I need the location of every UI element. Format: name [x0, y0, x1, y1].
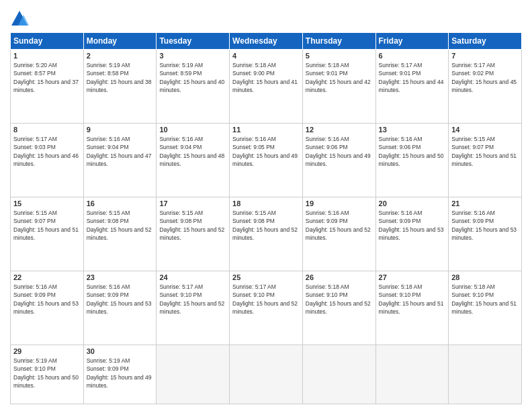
calendar-cell: 2 Sunrise: 5:19 AM Sunset: 8:58 PM Dayli… — [83, 50, 157, 124]
day-number: 7 — [451, 52, 519, 60]
day-number: 29 — [13, 347, 81, 355]
weekday-header: Tuesday — [157, 33, 230, 50]
day-info: Sunrise: 5:16 AM Sunset: 9:04 PM Dayligh… — [159, 135, 226, 168]
day-number: 27 — [379, 273, 446, 281]
calendar-cell: 17 Sunrise: 5:15 AM Sunset: 9:08 PM Dayl… — [157, 197, 230, 271]
day-number: 2 — [87, 52, 154, 60]
day-info: Sunrise: 5:15 AM Sunset: 9:08 PM Dayligh… — [232, 209, 300, 242]
calendar-cell: 23 Sunrise: 5:16 AM Sunset: 9:09 PM Dayl… — [83, 271, 157, 345]
weekday-header: Friday — [375, 33, 449, 50]
day-number: 8 — [13, 126, 81, 134]
day-info: Sunrise: 5:18 AM Sunset: 9:01 PM Dayligh… — [306, 61, 373, 94]
calendar-cell: 26 Sunrise: 5:18 AM Sunset: 9:10 PM Dayl… — [302, 271, 375, 345]
day-info: Sunrise: 5:16 AM Sunset: 9:04 PM Dayligh… — [87, 135, 154, 168]
day-info: Sunrise: 5:17 AM Sunset: 9:03 PM Dayligh… — [13, 135, 81, 168]
calendar-cell — [375, 345, 449, 404]
calendar-cell: 4 Sunrise: 5:18 AM Sunset: 9:00 PM Dayli… — [230, 50, 303, 124]
calendar-cell: 10 Sunrise: 5:16 AM Sunset: 9:04 PM Dayl… — [157, 124, 230, 197]
day-info: Sunrise: 5:15 AM Sunset: 9:07 PM Dayligh… — [451, 135, 519, 168]
day-number: 30 — [87, 347, 154, 355]
calendar-cell: 7 Sunrise: 5:17 AM Sunset: 9:02 PM Dayli… — [449, 50, 522, 124]
weekday-header: Wednesday — [230, 33, 303, 50]
day-number: 22 — [13, 273, 81, 281]
day-info: Sunrise: 5:16 AM Sunset: 9:09 PM Dayligh… — [379, 209, 446, 242]
day-number: 5 — [306, 52, 373, 60]
day-number: 17 — [159, 199, 226, 208]
calendar-cell: 9 Sunrise: 5:16 AM Sunset: 9:04 PM Dayli… — [83, 124, 157, 197]
calendar-cell: 14 Sunrise: 5:15 AM Sunset: 9:07 PM Dayl… — [449, 124, 522, 197]
day-info: Sunrise: 5:19 AM Sunset: 8:59 PM Dayligh… — [159, 61, 226, 94]
weekday-header: Monday — [83, 33, 157, 50]
day-info: Sunrise: 5:16 AM Sunset: 9:09 PM Dayligh… — [87, 283, 154, 316]
day-number: 21 — [451, 199, 519, 208]
calendar-cell: 13 Sunrise: 5:16 AM Sunset: 9:06 PM Dayl… — [375, 124, 449, 197]
weekday-header: Saturday — [449, 33, 522, 50]
weekday-header: Sunday — [11, 33, 84, 50]
calendar-cell: 1 Sunrise: 5:20 AM Sunset: 8:57 PM Dayli… — [11, 50, 84, 124]
calendar-cell: 3 Sunrise: 5:19 AM Sunset: 8:59 PM Dayli… — [157, 50, 230, 124]
calendar: SundayMondayTuesdayWednesdayThursdayFrid… — [10, 32, 522, 404]
calendar-cell: 25 Sunrise: 5:17 AM Sunset: 9:10 PM Dayl… — [230, 271, 303, 345]
day-number: 23 — [87, 273, 154, 281]
day-info: Sunrise: 5:17 AM Sunset: 9:01 PM Dayligh… — [379, 61, 446, 94]
day-number: 15 — [13, 199, 81, 208]
day-info: Sunrise: 5:19 AM Sunset: 9:10 PM Dayligh… — [13, 357, 81, 390]
calendar-cell: 24 Sunrise: 5:17 AM Sunset: 9:10 PM Dayl… — [157, 271, 230, 345]
day-number: 20 — [379, 199, 446, 208]
day-info: Sunrise: 5:17 AM Sunset: 9:10 PM Dayligh… — [159, 283, 226, 316]
calendar-cell: 20 Sunrise: 5:16 AM Sunset: 9:09 PM Dayl… — [375, 197, 449, 271]
day-number: 26 — [306, 273, 373, 281]
day-number: 3 — [159, 52, 226, 60]
calendar-cell: 11 Sunrise: 5:16 AM Sunset: 9:05 PM Dayl… — [230, 124, 303, 197]
day-number: 24 — [159, 273, 226, 281]
calendar-cell — [302, 345, 375, 404]
weekday-header: Thursday — [302, 33, 375, 50]
page: SundayMondayTuesdayWednesdayThursdayFrid… — [0, 0, 532, 411]
day-number: 18 — [232, 199, 300, 208]
day-info: Sunrise: 5:16 AM Sunset: 9:09 PM Dayligh… — [13, 283, 81, 316]
day-number: 11 — [232, 126, 300, 134]
day-info: Sunrise: 5:16 AM Sunset: 9:09 PM Dayligh… — [306, 209, 373, 242]
day-number: 1 — [13, 52, 81, 60]
calendar-cell: 16 Sunrise: 5:15 AM Sunset: 9:08 PM Dayl… — [83, 197, 157, 271]
calendar-cell: 6 Sunrise: 5:17 AM Sunset: 9:01 PM Dayli… — [375, 50, 449, 124]
day-info: Sunrise: 5:16 AM Sunset: 9:06 PM Dayligh… — [306, 135, 373, 168]
calendar-cell — [230, 345, 303, 404]
day-number: 4 — [232, 52, 300, 60]
day-number: 6 — [379, 52, 446, 60]
calendar-cell: 19 Sunrise: 5:16 AM Sunset: 9:09 PM Dayl… — [302, 197, 375, 271]
calendar-cell: 21 Sunrise: 5:16 AM Sunset: 9:09 PM Dayl… — [449, 197, 522, 271]
day-info: Sunrise: 5:15 AM Sunset: 9:08 PM Dayligh… — [87, 209, 154, 242]
logo — [10, 9, 32, 28]
day-info: Sunrise: 5:16 AM Sunset: 9:05 PM Dayligh… — [232, 135, 300, 168]
day-info: Sunrise: 5:18 AM Sunset: 9:10 PM Dayligh… — [379, 283, 446, 316]
day-info: Sunrise: 5:18 AM Sunset: 9:10 PM Dayligh… — [306, 283, 373, 316]
day-number: 19 — [306, 199, 373, 208]
calendar-cell: 29 Sunrise: 5:19 AM Sunset: 9:10 PM Dayl… — [11, 345, 84, 404]
day-number: 25 — [232, 273, 300, 281]
calendar-cell: 18 Sunrise: 5:15 AM Sunset: 9:08 PM Dayl… — [230, 197, 303, 271]
day-number: 28 — [451, 273, 519, 281]
day-info: Sunrise: 5:18 AM Sunset: 9:10 PM Dayligh… — [451, 283, 519, 316]
calendar-cell — [157, 345, 230, 404]
calendar-cell: 5 Sunrise: 5:18 AM Sunset: 9:01 PM Dayli… — [302, 50, 375, 124]
calendar-cell — [449, 345, 522, 404]
calendar-cell: 12 Sunrise: 5:16 AM Sunset: 9:06 PM Dayl… — [302, 124, 375, 197]
day-info: Sunrise: 5:16 AM Sunset: 9:09 PM Dayligh… — [451, 209, 519, 242]
calendar-cell: 22 Sunrise: 5:16 AM Sunset: 9:09 PM Dayl… — [11, 271, 84, 345]
day-number: 12 — [306, 126, 373, 134]
day-info: Sunrise: 5:19 AM Sunset: 9:09 PM Dayligh… — [87, 357, 154, 390]
day-number: 16 — [87, 199, 154, 208]
day-number: 13 — [379, 126, 446, 134]
day-info: Sunrise: 5:18 AM Sunset: 9:00 PM Dayligh… — [232, 61, 300, 94]
calendar-cell: 8 Sunrise: 5:17 AM Sunset: 9:03 PM Dayli… — [11, 124, 84, 197]
calendar-cell: 28 Sunrise: 5:18 AM Sunset: 9:10 PM Dayl… — [449, 271, 522, 345]
day-info: Sunrise: 5:20 AM Sunset: 8:57 PM Dayligh… — [13, 61, 81, 94]
day-info: Sunrise: 5:17 AM Sunset: 9:10 PM Dayligh… — [232, 283, 300, 316]
day-info: Sunrise: 5:19 AM Sunset: 8:58 PM Dayligh… — [87, 61, 154, 94]
calendar-cell: 15 Sunrise: 5:15 AM Sunset: 9:07 PM Dayl… — [11, 197, 84, 271]
day-number: 10 — [159, 126, 226, 134]
day-info: Sunrise: 5:17 AM Sunset: 9:02 PM Dayligh… — [451, 61, 519, 94]
logo-icon — [10, 9, 29, 28]
day-number: 9 — [87, 126, 154, 134]
